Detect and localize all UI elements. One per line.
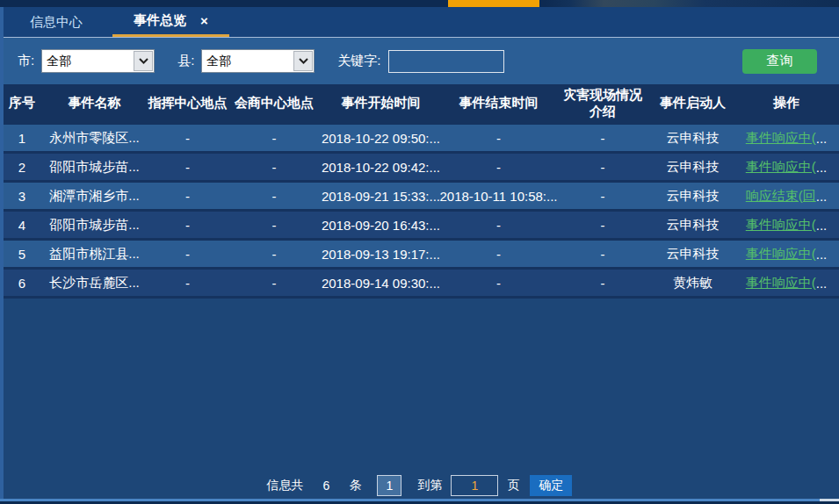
- tab-info-center-label: 信息中心: [30, 14, 83, 31]
- header-initiator: 事件启动人: [652, 95, 734, 112]
- horizontal-scrollbar-track[interactable]: [0, 499, 839, 501]
- cell-scene-desc: -: [553, 247, 652, 262]
- cell-start-time: 2018-09-21 15:33:...: [318, 189, 444, 204]
- operation-link[interactable]: 事件响应中(: [746, 217, 816, 234]
- cell-command-center: -: [145, 276, 230, 291]
- operation-ellipsis: ...: [816, 131, 828, 146]
- top-accent-bar: [448, 0, 539, 7]
- table-header: 序号 事件名称 指挥中心地点 会商中心地点 事件开始时间 事件结束时间 灾害现场…: [0, 84, 839, 125]
- header-start-time: 事件开始时间: [318, 95, 444, 112]
- tab-event-overview[interactable]: 事件总览 ×: [112, 7, 229, 37]
- cell-seq: 1: [0, 131, 44, 146]
- county-select[interactable]: 全部: [201, 49, 315, 73]
- cell-operation: 事件响应中(...: [734, 217, 839, 234]
- cell-operation: 事件响应中(...: [734, 246, 839, 263]
- cell-start-time: 2018-09-14 09:30:...: [318, 276, 444, 291]
- page-unit-label: 页: [507, 478, 519, 493]
- cell-seq: 2: [0, 160, 44, 175]
- cell-start-time: 2018-10-22 09:42:...: [318, 160, 444, 175]
- cell-operation: 响应结束(回...: [734, 188, 839, 205]
- cell-initiator: 云申科技: [652, 130, 734, 147]
- cell-scene-desc: -: [553, 218, 652, 233]
- cell-end-time: -: [444, 247, 553, 262]
- top-strip: [0, 0, 839, 7]
- cell-event-name: 邵阳市城步苗...: [44, 217, 145, 234]
- cell-seq: 4: [0, 218, 44, 233]
- cell-operation: 事件响应中(...: [734, 130, 839, 147]
- cell-seq: 6: [0, 276, 44, 291]
- filter-bar: 市: 全部 县: 全部 关键字: 查询: [0, 38, 839, 84]
- header-end-time: 事件结束时间: [444, 95, 553, 112]
- city-select-value: 全部: [42, 54, 71, 69]
- operation-ellipsis: ...: [816, 247, 828, 262]
- cell-end-time: -: [444, 218, 553, 233]
- table-row[interactable]: 4 邵阳市城步苗... - - 2018-09-20 16:43:... - -…: [0, 212, 839, 241]
- cell-event-name: 益阳市桃江县...: [44, 246, 145, 263]
- cell-event-name: 长沙市岳麓区...: [44, 275, 145, 292]
- cell-event-name: 永州市零陵区...: [44, 130, 145, 147]
- cell-operation: 事件响应中(...: [734, 275, 839, 292]
- county-filter-label: 县:: [177, 53, 194, 69]
- goto-label: 到第: [417, 478, 442, 493]
- cell-meeting-center: -: [230, 160, 318, 175]
- operation-link[interactable]: 事件响应中(: [746, 275, 816, 292]
- city-filter-label: 市:: [18, 53, 34, 69]
- table-row[interactable]: 5 益阳市桃江县... - - 2018-09-13 19:17:... - -…: [0, 241, 839, 270]
- confirm-button[interactable]: 确定: [530, 475, 572, 496]
- pagination-total-suffix: 条: [349, 478, 361, 493]
- cell-end-time: -: [444, 160, 553, 175]
- operation-link[interactable]: 事件响应中(: [746, 246, 816, 263]
- city-select[interactable]: 全部: [41, 49, 155, 73]
- pagination-total-count: 6: [323, 479, 330, 493]
- cell-command-center: -: [145, 160, 230, 175]
- page-number-button[interactable]: 1: [377, 475, 401, 496]
- table-empty-area: [0, 299, 839, 472]
- cell-command-center: -: [145, 247, 230, 262]
- cell-meeting-center: -: [230, 276, 318, 291]
- operation-ellipsis: ...: [816, 160, 828, 175]
- cell-command-center: -: [145, 131, 230, 146]
- cell-initiator: 云申科技: [652, 159, 734, 176]
- operation-link[interactable]: 响应结束(回: [746, 188, 816, 205]
- table-row[interactable]: 1 永州市零陵区... - - 2018-10-22 09:50:... - -…: [0, 125, 839, 154]
- table-row[interactable]: 3 湘潭市湘乡市... - - 2018-09-21 15:33:... 201…: [0, 183, 839, 212]
- keyword-input[interactable]: [388, 50, 504, 73]
- cell-event-name: 湘潭市湘乡市...: [44, 188, 145, 205]
- pagination-total-prefix: 信息共: [267, 478, 304, 493]
- table-row[interactable]: 2 邵阳市城步苗... - - 2018-10-22 09:42:... - -…: [0, 154, 839, 183]
- operation-ellipsis: ...: [816, 189, 828, 204]
- header-seq: 序号: [0, 95, 44, 112]
- cell-scene-desc: -: [553, 276, 652, 291]
- table-body: 1 永州市零陵区... - - 2018-10-22 09:50:... - -…: [0, 125, 839, 299]
- table-row[interactable]: 6 长沙市岳麓区... - - 2018-09-14 09:30:... - -…: [0, 270, 839, 299]
- header-meeting-center: 会商中心地点: [230, 95, 318, 112]
- header-operation: 操作: [734, 95, 839, 112]
- tab-event-overview-label: 事件总览: [134, 12, 186, 29]
- county-select-value: 全部: [202, 54, 231, 69]
- header-event-name: 事件名称: [44, 95, 145, 112]
- chevron-down-icon: [293, 51, 313, 71]
- close-icon[interactable]: ×: [200, 14, 208, 27]
- tab-info-center[interactable]: 信息中心: [9, 7, 104, 37]
- keyword-label: 关键字:: [337, 53, 380, 69]
- header-scene-desc: 灾害现场情况介绍: [553, 87, 652, 120]
- operation-link[interactable]: 事件响应中(: [746, 159, 816, 176]
- cell-start-time: 2018-09-20 16:43:...: [318, 218, 444, 233]
- cell-initiator: 云申科技: [652, 217, 734, 234]
- cell-meeting-center: -: [230, 189, 318, 204]
- chevron-down-icon: [134, 51, 153, 71]
- cell-scene-desc: -: [553, 189, 652, 204]
- cell-end-time: -: [444, 131, 553, 146]
- cell-end-time: -: [444, 276, 553, 291]
- cell-start-time: 2018-09-13 19:17:...: [318, 247, 444, 262]
- cell-seq: 3: [0, 189, 44, 204]
- cell-meeting-center: -: [230, 247, 318, 262]
- panel-left-border: [0, 7, 4, 499]
- operation-link[interactable]: 事件响应中(: [746, 130, 816, 147]
- horizontal-scrollbar-thumb[interactable]: [0, 499, 820, 501]
- goto-page-input[interactable]: [451, 475, 498, 496]
- cell-event-name: 邵阳市城步苗...: [44, 159, 145, 176]
- query-button[interactable]: 查询: [742, 49, 817, 74]
- cell-scene-desc: -: [553, 131, 652, 146]
- cell-end-time: 2018-10-11 10:58:...: [444, 189, 553, 204]
